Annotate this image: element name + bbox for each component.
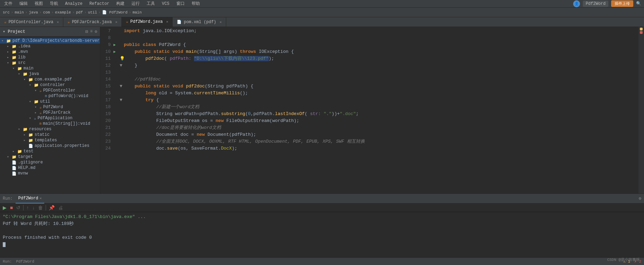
tree-label-pdftow: pdfToWord():void bbox=[48, 94, 88, 98]
tree-item-templates[interactable]: ▸ 📁 templates bbox=[0, 138, 100, 143]
run-toolbar: ▶ ■ ↺ ↑ ↓ 🗑 📌 🖨 bbox=[0, 204, 644, 212]
upload-button[interactable]: 插件上传 bbox=[611, 0, 633, 7]
code-editor[interactable]: 7 import java.io.IOException; 8 9 ▶ publ… bbox=[100, 27, 638, 193]
fold-arrow-12[interactable]: ▼ bbox=[120, 63, 122, 68]
menu-item-refactor[interactable]: Refactor bbox=[88, 1, 111, 7]
stop-button[interactable]: ■ bbox=[9, 204, 14, 211]
tree-item-lib[interactable]: ▸ 📁 lib bbox=[0, 55, 100, 60]
close-run-tab[interactable]: ✕ bbox=[39, 196, 42, 200]
tree-label-pdfctrl: PDFController bbox=[43, 88, 76, 93]
tree-item-mvn[interactable]: ▸ 📁 .mvn bbox=[0, 49, 100, 55]
menu-item-build[interactable]: 构建 bbox=[115, 0, 126, 7]
menu-item-file[interactable]: 文件 bbox=[3, 0, 14, 7]
tree-item-idea[interactable]: ▸ 📁 .idea bbox=[0, 44, 100, 49]
fold-arrow-17[interactable]: ▼ bbox=[120, 97, 122, 103]
menu-item-window[interactable]: 窗口 bbox=[175, 0, 186, 7]
tree-item-pdf2word[interactable]: ▾ ☕ Pdf2Word bbox=[0, 104, 100, 110]
run-config-dropdown[interactable]: Pdf2Word bbox=[583, 1, 608, 7]
tree-label-static: static bbox=[35, 132, 49, 137]
java-icon: ☕ bbox=[67, 20, 70, 24]
project-label: ▾ Project bbox=[3, 29, 25, 34]
tree-item-mvnw[interactable]: ▸ 📄 mvnw bbox=[0, 171, 100, 176]
close-tab-pdfcontroller[interactable]: ✕ bbox=[57, 20, 59, 24]
watermark: CSDN @是小故事呀 bbox=[607, 257, 640, 262]
sidebar-icon-1[interactable]: ⊟ bbox=[85, 29, 88, 34]
code-line-17: 17 ▼ try { bbox=[103, 97, 636, 104]
breadcrumb-com[interactable]: com bbox=[43, 10, 50, 15]
sidebar-icon-3[interactable]: ⚙ bbox=[95, 29, 97, 34]
warning-marker[interactable] bbox=[640, 28, 643, 30]
tree-label-pdfapp: PdfApplication bbox=[38, 116, 73, 121]
sidebar-icon-2[interactable]: ≡ bbox=[90, 29, 93, 34]
tree-item-src[interactable]: ▾ 📁 src bbox=[0, 60, 100, 66]
menu-item-analyze[interactable]: Analyze bbox=[64, 1, 84, 7]
tree-item-appprops[interactable]: ▸ 📄 application.properties bbox=[0, 143, 100, 149]
run-tab-pdf2word[interactable]: Pdf2Word ✕ bbox=[16, 194, 45, 204]
run-arrow-10[interactable]: ▶ bbox=[113, 50, 116, 54]
tree-item-target[interactable]: ▾ 📁 target bbox=[0, 154, 100, 160]
clear-button[interactable]: 🗑 bbox=[37, 204, 44, 211]
tree-item-pdftow[interactable]: ▸ m pdfToWord():void bbox=[0, 93, 100, 99]
tree-item-root[interactable]: ▾ 📁 pdf D:\IdeaProjects\carbondb-server-… bbox=[0, 38, 100, 44]
java-icon: ☕ bbox=[126, 19, 128, 24]
tree-label-appprops: application.properties bbox=[35, 143, 89, 148]
tree-item-gitignore[interactable]: ▸ 📄 .gitignore bbox=[0, 160, 100, 165]
tree-item-controller[interactable]: ▾ 📁 controller bbox=[0, 82, 100, 88]
menu-item-edit[interactable]: 编辑 bbox=[18, 0, 29, 7]
tab-pdf2word[interactable]: ☕ Pdf2Word.java ✕ bbox=[122, 17, 173, 27]
menu-item-help[interactable]: 帮助 bbox=[190, 0, 201, 7]
tree-label-resources: resources bbox=[29, 127, 52, 132]
tab-pdfjarcrack[interactable]: ☕ PDFJarCrack.java ✕ bbox=[63, 17, 122, 27]
print-button[interactable]: 🖨 bbox=[57, 204, 64, 211]
close-tab-pdfjarcrack[interactable]: ✕ bbox=[115, 20, 117, 24]
tree-item-pdfjar[interactable]: ▸ ☕ PDFJarCrack bbox=[0, 110, 100, 115]
profile-icon[interactable]: 👤 bbox=[573, 0, 580, 7]
pin-button[interactable]: 📌 bbox=[47, 204, 56, 211]
tree-item-helpmd[interactable]: ▸ 📄 HELP.md bbox=[0, 165, 100, 171]
breadcrumb-example[interactable]: example bbox=[55, 10, 71, 15]
menu-item-tools[interactable]: 工具 bbox=[145, 0, 156, 7]
breadcrumb-method[interactable]: main bbox=[132, 10, 141, 15]
scroll-down-button[interactable]: ↓ bbox=[31, 204, 36, 211]
tree-item-resources[interactable]: ▾ 📁 resources bbox=[0, 126, 100, 132]
code-line-8: 8 bbox=[103, 35, 636, 41]
close-tab-pomxml[interactable]: ✕ bbox=[220, 20, 222, 24]
status-bar: Run: Pdf2Word ⚠ 1 ✗ 2 bbox=[0, 257, 644, 265]
play-button[interactable]: ▶ bbox=[1, 204, 8, 211]
tree-item-pdfctrl[interactable]: ▾ ☕ PDFController bbox=[0, 88, 100, 93]
tree-item-java[interactable]: ▾ 📁 java bbox=[0, 71, 100, 77]
tab-pomxml[interactable]: 📄 pom.xml (pdf) ✕ bbox=[173, 17, 226, 27]
code-line-12: 12 ▼ } bbox=[103, 62, 636, 69]
status-run-tab[interactable]: Pdf2Word bbox=[16, 259, 34, 264]
tree-item-util[interactable]: ▾ 📁 util bbox=[0, 99, 100, 104]
breadcrumb-util[interactable]: util bbox=[88, 10, 97, 15]
scroll-up-button[interactable]: ↑ bbox=[25, 204, 30, 211]
breadcrumb-pdf2word[interactable]: 📄 Pdf2Word bbox=[102, 10, 127, 15]
tree-item-mainmethod[interactable]: ▸ m main(String[]):void bbox=[0, 121, 100, 126]
rerun-button[interactable]: ↺ bbox=[15, 204, 22, 211]
menu-item-navigate[interactable]: 导航 bbox=[48, 0, 59, 7]
close-tab-pdf2word[interactable]: ✕ bbox=[166, 20, 168, 24]
fold-arrow-15[interactable]: ▼ bbox=[120, 84, 122, 89]
breadcrumb-java[interactable]: java bbox=[29, 10, 38, 15]
tree-item-pdfapp[interactable]: ▾ ☕ PdfApplication bbox=[0, 115, 100, 121]
breadcrumb-src[interactable]: src bbox=[3, 10, 10, 15]
output-line-2: Pdf 转 Word 共耗时: 10.189秒 bbox=[3, 220, 641, 227]
menu-item-run[interactable]: 运行 bbox=[130, 0, 141, 7]
search-icon[interactable]: 🔍 bbox=[636, 1, 641, 6]
breadcrumb-main[interactable]: main bbox=[15, 10, 24, 15]
breadcrumb-pdf[interactable]: pdf bbox=[76, 10, 83, 15]
run-arrow-9[interactable]: ▶ bbox=[113, 43, 116, 47]
tree-item-test[interactable]: ▸ 📁 test bbox=[0, 149, 100, 154]
tree-item-static[interactable]: ▸ 📁 static bbox=[0, 132, 100, 138]
output-line-4: Process finished with exit code 0 bbox=[3, 234, 641, 241]
tree-item-compkg[interactable]: ▾ 📁 com.example.pdf bbox=[0, 77, 100, 82]
run-panel-header: Run: Pdf2Word ✕ ⚙ bbox=[0, 194, 644, 204]
tree-item-main[interactable]: ▾ 📁 main bbox=[0, 66, 100, 71]
menu-item-vcs[interactable]: VCS bbox=[160, 1, 171, 7]
tab-pdfcontroller[interactable]: ☕ PDFController.java ✕ bbox=[0, 17, 63, 27]
menu-item-view[interactable]: 视图 bbox=[33, 0, 44, 7]
panel-settings-icon[interactable]: ⚙ bbox=[639, 196, 641, 201]
output-line-3 bbox=[3, 227, 641, 234]
error-marker[interactable] bbox=[640, 31, 643, 34]
